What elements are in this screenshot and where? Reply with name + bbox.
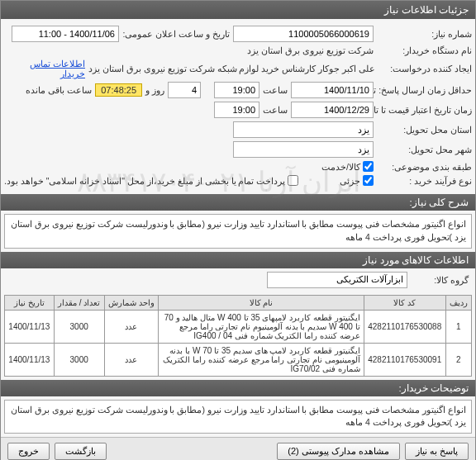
buyer-notes: انواع اگنیتور مشخصات فنی پیوست مطابق با …: [4, 400, 472, 434]
group-label: گروه کالا:: [411, 275, 469, 285]
col-date: تاریخ نیاز: [5, 295, 55, 310]
treasury-checkbox[interactable]: [288, 175, 298, 186]
need-no-field[interactable]: [233, 26, 374, 42]
time-word-2: ساعت: [263, 105, 288, 115]
expiry-date-field[interactable]: [291, 102, 374, 118]
table-header-row: ردیف کد کالا نام کالا واحد شمارش تعداد /…: [5, 295, 472, 310]
view-attachments-button[interactable]: مشاهده مدارک پیوستی (2): [277, 443, 400, 460]
items-table: ردیف کد کالا نام کالا واحد شمارش تعداد /…: [4, 295, 472, 377]
buyer-org-value: شرکت توزیع نیروی برق استان یزد: [247, 45, 374, 55]
province-field[interactable]: [233, 121, 374, 138]
requester-label: ایجاد کننده درخواست:: [378, 64, 472, 74]
goods-checkbox[interactable]: [363, 161, 374, 172]
countdown-timer: 07:48:25: [95, 83, 142, 97]
city-label: شهر محل تحویل:: [377, 145, 472, 154]
deadline-label: حداقل زمان ارسال پاسخ: تا تاریخ:: [377, 85, 472, 95]
remaining-word: ساعت باقی مانده: [26, 85, 92, 95]
cell-code: 4282110176530088: [364, 310, 445, 343]
expiry-label: زمان تاریخ اعتبار قیمت تا تاریخ:: [377, 105, 472, 115]
group-field[interactable]: [267, 272, 407, 288]
titlebar: جزئیات اطلاعات نیاز: [1, 1, 475, 19]
col-idx: ردیف: [445, 295, 471, 310]
announce-dt-field[interactable]: [12, 26, 119, 42]
cell-unit: عدد: [104, 343, 158, 376]
cell-qty: 3000: [54, 310, 104, 343]
requester-value: علی اکبر جوکار کارشناس خرید لوازم شبکه ش…: [88, 64, 375, 74]
cell-idx: 1: [445, 310, 471, 343]
table-row[interactable]: 24282110176530091ایگنیتور قطعه کاربرد لا…: [5, 343, 472, 376]
partial-checkbox[interactable]: [363, 175, 374, 186]
cell-date: 1400/11/13: [5, 310, 55, 343]
col-qty: تعداد / مقدار: [54, 295, 104, 310]
section-buyer-notes-head: توضیحات خریدار:: [1, 380, 475, 396]
time-word-1: ساعت: [263, 85, 288, 95]
city-field[interactable]: [233, 141, 374, 158]
need-no-label: شماره نیاز:: [377, 29, 472, 39]
expiry-time-field[interactable]: [214, 102, 259, 118]
pay-note: پرداخت تمام یا بخشی از مبلغ خرید،از محل …: [4, 176, 285, 186]
dialog-window: جزئیات اطلاعات نیاز شماره نیاز: تاریخ و …: [0, 0, 476, 460]
exit-button[interactable]: خروج: [7, 443, 50, 460]
section-general-head: شرح کلی نیاز:: [1, 194, 475, 211]
buyer-org-label: نام دستگاه خریدار:: [377, 45, 472, 55]
deadline-time-field[interactable]: [214, 82, 259, 98]
days-word: روز و: [145, 85, 164, 95]
table-row[interactable]: 14282110176530088ایگنیتور قطعه کاربرد لا…: [5, 310, 472, 343]
col-code: کد کالا: [364, 295, 445, 310]
back-button[interactable]: بازگشت: [55, 443, 107, 460]
purchase-proc-label: نوع فرآیند خرید :: [377, 176, 472, 186]
form-area: شماره نیاز: تاریخ و ساعت اعلان عمومی: نا…: [1, 19, 475, 192]
cell-idx: 2: [445, 343, 471, 376]
announce-dt-label: تاریخ و ساعت اعلان عمومی:: [122, 29, 230, 39]
classification-label: طبقه بندی موضوعی:: [377, 162, 472, 172]
contact-link[interactable]: اطلاعات تماس خریدار: [4, 59, 85, 78]
cell-date: 1400/11/13: [5, 343, 55, 376]
col-unit: واحد شمارش: [104, 295, 158, 310]
cell-name: ایگنیتور قطعه کاربرد لامپهای 35 تا W 400…: [159, 310, 364, 343]
cell-qty: 3000: [54, 343, 104, 376]
days-field[interactable]: [168, 82, 201, 98]
reply-button[interactable]: پاسخ به نیاز: [405, 443, 469, 460]
footer: پاسخ به نیاز مشاهده مدارک پیوستی (2) باز…: [1, 437, 475, 460]
province-label: استان محل تحویل:: [377, 125, 472, 135]
cell-code: 4282110176530091: [364, 343, 445, 376]
cell-name: ایگنیتور قطعه کاربرد لامپ های سدیم 35 تا…: [159, 343, 364, 376]
cell-unit: عدد: [104, 310, 158, 343]
col-name: نام کالا: [159, 295, 364, 310]
partial-checkbox-label: جزئی: [340, 176, 360, 186]
goods-checkbox-label: کالا/خدمت: [321, 162, 360, 172]
deadline-date-field[interactable]: [291, 82, 374, 98]
section-items-head: اطلاعات کالاهای مورد نیاز: [1, 252, 475, 268]
general-desc: انواع اگنیتور مشخصات فنی پیوست مطابق با …: [4, 214, 472, 249]
